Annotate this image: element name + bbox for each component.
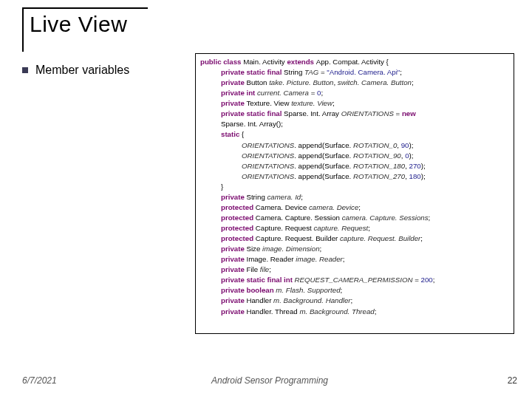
code-line: static { — [200, 129, 509, 140]
code-line: private int current. Camera = 0; — [200, 88, 509, 98]
code-line: private File file; — [200, 265, 509, 275]
code-line: ORIENTATIONS. append(Surface. ROTATION_9… — [200, 151, 509, 161]
title-rule-top — [22, 7, 148, 9]
code-line: protected Capture. Request capture. Requ… — [200, 223, 509, 233]
code-line: private Image. Reader image. Reader; — [200, 254, 509, 265]
code-line: private String camera. Id; — [200, 192, 509, 202]
code-line: private Handler m. Background. Handler; — [200, 296, 509, 306]
code-line: protected Camera. Device camera. Device; — [200, 202, 509, 213]
code-line: private static final int REQUEST_CAMERA_… — [200, 275, 509, 285]
code-line: private boolean m. Flash. Supported; — [200, 285, 509, 296]
code-line: private Handler. Thread m. Background. T… — [200, 307, 509, 317]
code-line: private static final String TAG = "Andro… — [200, 67, 509, 78]
title-block: Live View — [22, 7, 127, 37]
code-line: ORIENTATIONS. append(Surface. ROTATION_1… — [200, 161, 509, 171]
code-line: private Button take. Picture. Button, sw… — [200, 78, 509, 88]
code-line: protected Capture. Request. Builder capt… — [200, 233, 509, 244]
slide: Live View Member variables public class … — [0, 0, 532, 399]
code-box: public class Main. Activity extends App.… — [195, 53, 514, 334]
code-line: private Size image. Dimension; — [200, 244, 509, 254]
bullet-icon — [22, 67, 28, 73]
code-line: ORIENTATIONS. append(Surface. ROTATION_2… — [200, 171, 509, 182]
bullet-text: Member variables — [35, 64, 129, 77]
footer-center: Android Sensor Programming — [22, 375, 517, 386]
bullet-row: Member variables — [22, 64, 129, 77]
code-line: protected Camera. Capture. Session camer… — [200, 213, 509, 223]
code-line: } — [200, 182, 509, 192]
footer: 6/7/2021 Android Sensor Programming 22 — [22, 375, 517, 386]
code-line: public class Main. Activity extends App.… — [200, 58, 389, 66]
code-line: private Texture. View texture. View; — [200, 98, 509, 109]
code-line: ORIENTATIONS. append(Surface. ROTATION_0… — [200, 140, 509, 151]
slide-title: Live View — [22, 7, 127, 37]
code-line: private static final Sparse. Int. Array … — [200, 109, 509, 119]
code-line: Sparse. Int. Array(); — [200, 119, 509, 129]
title-rule-left — [22, 7, 24, 52]
